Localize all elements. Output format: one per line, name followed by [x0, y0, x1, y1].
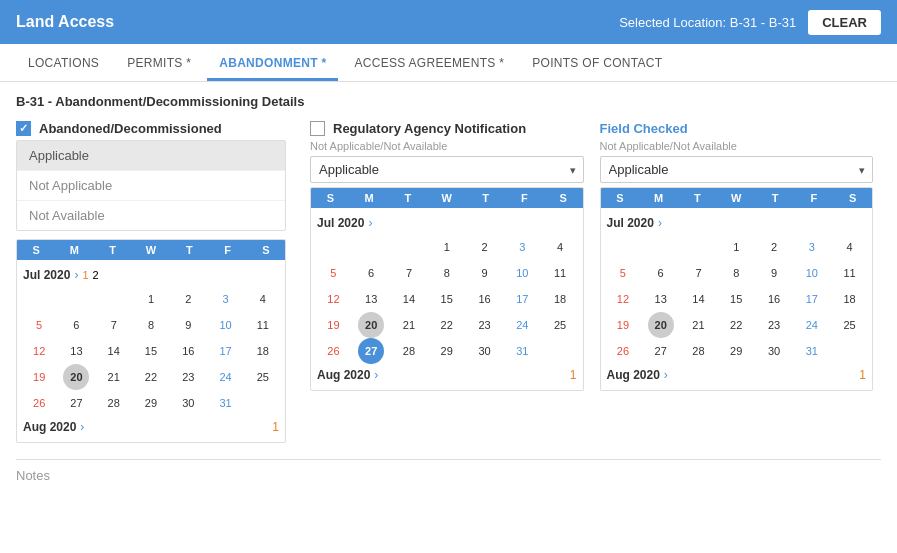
right-cell-28[interactable]: 28: [685, 338, 711, 364]
right-cal-month-label[interactable]: Jul 2020: [607, 216, 654, 230]
center-cell-6[interactable]: 6: [358, 260, 384, 286]
center-cell-13[interactable]: 13: [358, 286, 384, 312]
center-cal-month-label[interactable]: Jul 2020: [317, 216, 364, 230]
center-cell-14[interactable]: 14: [396, 286, 422, 312]
right-cell-2[interactable]: 2: [761, 234, 787, 260]
left-cell-26[interactable]: 26: [26, 390, 52, 416]
right-cell-26[interactable]: 26: [610, 338, 636, 364]
center-cell-11[interactable]: 11: [547, 260, 573, 286]
center-cell-19[interactable]: 19: [320, 312, 346, 338]
left-cell-24[interactable]: 24: [213, 364, 239, 390]
abandoned-option-not-applicable[interactable]: Not Applicable: [17, 171, 285, 201]
left-cal-month-label[interactable]: Jul 2020: [23, 268, 70, 282]
left-cell-3[interactable]: 3: [213, 286, 239, 312]
center-cell-23[interactable]: 23: [472, 312, 498, 338]
center-cell-17[interactable]: 17: [509, 286, 535, 312]
center-cell-20[interactable]: 20: [358, 312, 384, 338]
tab-access-agreements[interactable]: ACCESS AGREEMENTS *: [342, 48, 516, 81]
right-cell-13[interactable]: 13: [648, 286, 674, 312]
right-cell-31[interactable]: 31: [799, 338, 825, 364]
center-cell-5[interactable]: 5: [320, 260, 346, 286]
center-cell-16[interactable]: 16: [472, 286, 498, 312]
right-cell-12[interactable]: 12: [610, 286, 636, 312]
abandoned-checkbox[interactable]: [16, 121, 31, 136]
right-cell-19[interactable]: 19: [610, 312, 636, 338]
left-cell-23[interactable]: 23: [175, 364, 201, 390]
right-cal-next-arrow[interactable]: ›: [658, 216, 662, 230]
center-cell-8[interactable]: 8: [434, 260, 460, 286]
center-cell-21[interactable]: 21: [396, 312, 422, 338]
left-cell-13[interactable]: 13: [63, 338, 89, 364]
left-cell-1[interactable]: 1: [138, 286, 164, 312]
right-cell-6[interactable]: 6: [648, 260, 674, 286]
tab-locations[interactable]: LOCATIONS: [16, 48, 111, 81]
center-cell-22[interactable]: 22: [434, 312, 460, 338]
left-cell-7[interactable]: 7: [101, 312, 127, 338]
regulatory-dropdown[interactable]: Applicable Not Applicable Not Available: [310, 156, 584, 183]
right-cell-22[interactable]: 22: [723, 312, 749, 338]
left-cell-2[interactable]: 2: [175, 286, 201, 312]
right-cell-8[interactable]: 8: [723, 260, 749, 286]
left-cal-next-arrow[interactable]: ›: [74, 268, 78, 282]
left-aug-label[interactable]: Aug 2020: [23, 420, 76, 434]
right-cell-30[interactable]: 30: [761, 338, 787, 364]
right-cell-7[interactable]: 7: [685, 260, 711, 286]
center-cell-15[interactable]: 15: [434, 286, 460, 312]
left-cell-8[interactable]: 8: [138, 312, 164, 338]
center-cell-10[interactable]: 10: [509, 260, 535, 286]
right-cell-1[interactable]: 1: [723, 234, 749, 260]
left-cell-21[interactable]: 21: [101, 364, 127, 390]
right-cell-15[interactable]: 15: [723, 286, 749, 312]
abandoned-option-not-available[interactable]: Not Available: [17, 201, 285, 230]
center-cell-12[interactable]: 12: [320, 286, 346, 312]
right-cell-25[interactable]: 25: [837, 312, 863, 338]
right-cell-21[interactable]: 21: [685, 312, 711, 338]
right-cell-18[interactable]: 18: [837, 286, 863, 312]
center-cell-31[interactable]: 31: [509, 338, 535, 364]
left-cell-30[interactable]: 30: [175, 390, 201, 416]
right-cell-27[interactable]: 27: [648, 338, 674, 364]
center-cell-18[interactable]: 18: [547, 286, 573, 312]
right-aug-arrow[interactable]: ›: [664, 368, 668, 382]
center-cell-9[interactable]: 9: [472, 260, 498, 286]
field-checked-dropdown[interactable]: Applicable Not Applicable Not Available: [600, 156, 874, 183]
left-cell-31[interactable]: 31: [213, 390, 239, 416]
left-cell-20[interactable]: 20: [63, 364, 89, 390]
right-cell-5[interactable]: 5: [610, 260, 636, 286]
center-cell-27[interactable]: 27: [358, 338, 384, 364]
center-cal-next-arrow[interactable]: ›: [368, 216, 372, 230]
tab-permits[interactable]: PERMITS *: [115, 48, 203, 81]
center-cell-3[interactable]: 3: [509, 234, 535, 260]
center-cell-7[interactable]: 7: [396, 260, 422, 286]
right-cell-17[interactable]: 17: [799, 286, 825, 312]
center-cell-4[interactable]: 4: [547, 234, 573, 260]
center-cell-26[interactable]: 26: [320, 338, 346, 364]
tab-abandonment[interactable]: ABANDONMENT *: [207, 48, 338, 81]
right-cell-10[interactable]: 10: [799, 260, 825, 286]
center-cell-24[interactable]: 24: [509, 312, 535, 338]
abandoned-option-applicable[interactable]: Applicable: [17, 141, 285, 171]
left-cell-9[interactable]: 9: [175, 312, 201, 338]
right-cell-14[interactable]: 14: [685, 286, 711, 312]
right-cell-9[interactable]: 9: [761, 260, 787, 286]
center-cell-25[interactable]: 25: [547, 312, 573, 338]
left-cell-25[interactable]: 25: [250, 364, 276, 390]
left-cell-17[interactable]: 17: [213, 338, 239, 364]
left-cell-11[interactable]: 11: [250, 312, 276, 338]
center-cell-2[interactable]: 2: [472, 234, 498, 260]
left-cell-19[interactable]: 19: [26, 364, 52, 390]
left-cell-27[interactable]: 27: [63, 390, 89, 416]
left-cell-29[interactable]: 29: [138, 390, 164, 416]
left-cell-22[interactable]: 22: [138, 364, 164, 390]
right-cell-16[interactable]: 16: [761, 286, 787, 312]
right-cell-4[interactable]: 4: [837, 234, 863, 260]
right-cell-24[interactable]: 24: [799, 312, 825, 338]
right-cell-11[interactable]: 11: [837, 260, 863, 286]
center-aug-arrow[interactable]: ›: [374, 368, 378, 382]
left-cell-15[interactable]: 15: [138, 338, 164, 364]
clear-button[interactable]: CLEAR: [808, 10, 881, 35]
left-cell-4[interactable]: 4: [250, 286, 276, 312]
right-cell-23[interactable]: 23: [761, 312, 787, 338]
left-cell-14[interactable]: 14: [101, 338, 127, 364]
right-cell-3[interactable]: 3: [799, 234, 825, 260]
